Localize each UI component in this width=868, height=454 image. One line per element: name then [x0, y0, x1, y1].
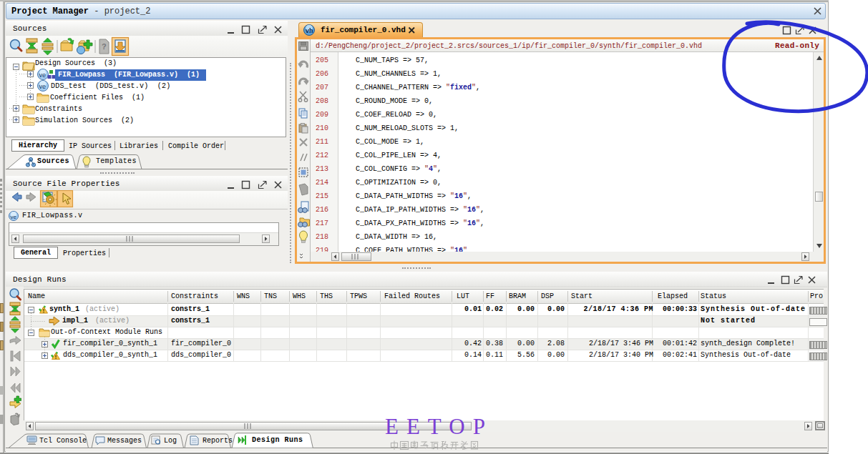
svg-text:?: ? — [102, 42, 107, 51]
svg-text:ve: ve — [11, 214, 17, 220]
svg-text:ve: ve — [39, 83, 47, 90]
svg-text:vh: vh — [306, 27, 313, 34]
svg-text:ve: ve — [39, 71, 47, 79]
